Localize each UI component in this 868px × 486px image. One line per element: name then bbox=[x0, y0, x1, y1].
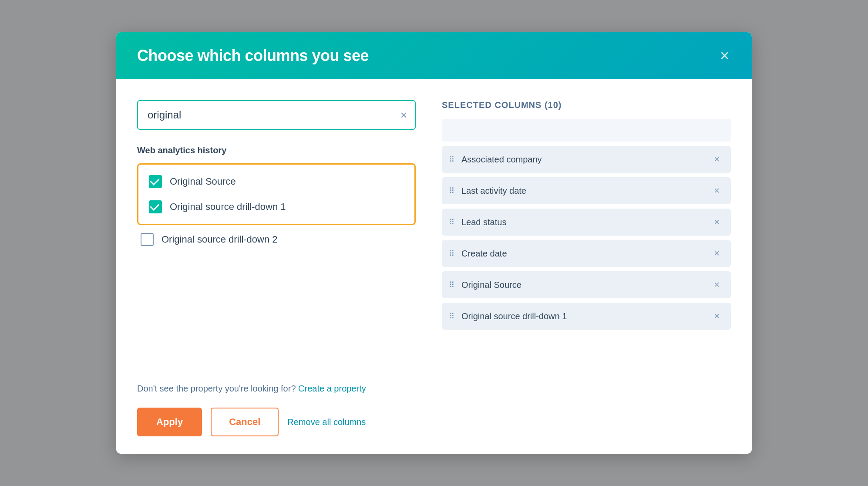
column-remove-button[interactable]: × bbox=[711, 248, 722, 259]
modal-overlay: Choose which columns you see × × Web ana… bbox=[0, 0, 868, 486]
right-panel: SELECTED COLUMNS (10) ⠿ Associated compa… bbox=[442, 100, 731, 436]
apply-button[interactable]: Apply bbox=[137, 408, 202, 436]
left-panel: × Web analytics history Original Source … bbox=[137, 100, 416, 436]
column-remove-button[interactable]: × bbox=[711, 279, 722, 290]
highlighted-checkbox-group: Original Source Original source drill-do… bbox=[137, 163, 416, 225]
cancel-button[interactable]: Cancel bbox=[211, 408, 279, 436]
selected-columns-title: SELECTED COLUMNS (10) bbox=[442, 100, 731, 110]
close-button[interactable]: × bbox=[718, 46, 731, 65]
drag-handle-icon[interactable]: ⠿ bbox=[449, 311, 455, 321]
drag-handle-icon[interactable]: ⠿ bbox=[449, 217, 455, 227]
modal: Choose which columns you see × × Web ana… bbox=[116, 32, 752, 454]
search-clear-button[interactable]: × bbox=[400, 108, 407, 122]
checkbox-original-source-dd1[interactable]: Original source drill-down 1 bbox=[147, 194, 406, 219]
modal-body: × Web analytics history Original Source … bbox=[116, 79, 752, 454]
checkbox-original-source-box[interactable] bbox=[149, 175, 162, 188]
footer-hint: Don't see the property you're looking fo… bbox=[137, 384, 416, 394]
checkbox-original-source-label: Original Source bbox=[170, 176, 236, 187]
search-container: × bbox=[137, 100, 416, 130]
checkbox-original-source-dd1-label: Original source drill-down 1 bbox=[170, 201, 286, 213]
list-item: ⠿ Create date × bbox=[442, 240, 731, 267]
list-item: ⠿ Last activity date × bbox=[442, 177, 731, 204]
checkbox-original-source-dd2-box[interactable] bbox=[141, 233, 154, 246]
footer-left: Don't see the property you're looking fo… bbox=[137, 363, 416, 436]
list-item: ⠿ Associated company × bbox=[442, 146, 731, 173]
column-remove-button[interactable]: × bbox=[711, 216, 722, 228]
footer-hint-text: Don't see the property you're looking fo… bbox=[137, 384, 296, 393]
column-item-label: Last activity date bbox=[461, 186, 705, 196]
list-item: ⠿ Original Source × bbox=[442, 271, 731, 298]
column-item-label: Create date bbox=[461, 249, 705, 259]
column-remove-button[interactable]: × bbox=[711, 154, 722, 165]
modal-header: Choose which columns you see × bbox=[116, 32, 752, 79]
list-item: ⠿ Lead status × bbox=[442, 209, 731, 236]
remove-all-button[interactable]: Remove all columns bbox=[287, 417, 366, 427]
column-remove-button[interactable]: × bbox=[711, 310, 722, 322]
drag-handle-icon[interactable]: ⠿ bbox=[449, 280, 455, 290]
checkbox-original-source-dd2-label: Original source drill-down 2 bbox=[161, 234, 278, 245]
checkbox-original-source-dd2[interactable]: Original source drill-down 2 bbox=[139, 227, 416, 252]
checkbox-original-source[interactable]: Original Source bbox=[147, 169, 406, 194]
list-item: ⠿ Original source drill-down 1 × bbox=[442, 303, 731, 330]
drag-handle-icon[interactable]: ⠿ bbox=[449, 249, 455, 258]
create-property-link[interactable]: Create a property bbox=[298, 384, 366, 393]
column-list: ⠿ Associated company × ⠿ Last activity d… bbox=[442, 119, 731, 330]
section-label: Web analytics history bbox=[137, 145, 416, 155]
column-item-label: Original source drill-down 1 bbox=[461, 311, 705, 321]
search-input[interactable] bbox=[137, 100, 416, 130]
column-remove-button[interactable]: × bbox=[711, 185, 722, 196]
column-item-label: Lead status bbox=[461, 217, 705, 227]
column-item-ghost bbox=[442, 119, 731, 142]
modal-title: Choose which columns you see bbox=[137, 47, 369, 65]
column-item-label: Original Source bbox=[461, 280, 705, 290]
drag-handle-icon[interactable]: ⠿ bbox=[449, 155, 455, 164]
checkbox-original-source-dd1-box[interactable] bbox=[149, 200, 162, 213]
column-item-label: Associated company bbox=[461, 155, 705, 165]
drag-handle-icon[interactable]: ⠿ bbox=[449, 186, 455, 196]
btn-row: Apply Cancel Remove all columns bbox=[137, 408, 416, 436]
